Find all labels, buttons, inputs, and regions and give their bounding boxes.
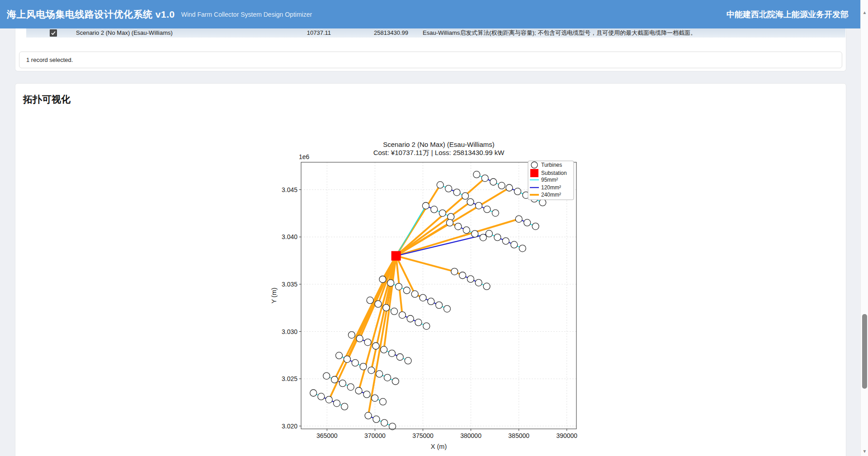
- scrollbar[interactable]: ▲ ▼: [860, 0, 868, 456]
- app-title: 海上风电场集电线路设计优化系统 v1.0: [7, 8, 175, 21]
- topology-card: 拓扑可视化 3650003700003750003800003850003900…: [15, 83, 846, 456]
- svg-text:3.040: 3.040: [282, 233, 297, 240]
- svg-text:120mm²: 120mm²: [541, 184, 561, 191]
- svg-text:3.035: 3.035: [282, 281, 297, 288]
- svg-text:1e6: 1e6: [299, 153, 310, 160]
- table-row[interactable]: Scenario 2 (No Max) (Esau-Williams) 1073…: [26, 28, 845, 38]
- check-icon: [51, 30, 56, 36]
- svg-text:3.025: 3.025: [282, 375, 297, 382]
- row-checkbox[interactable]: [50, 29, 57, 37]
- app-subtitle: Wind Farm Collector System Design Optimi…: [181, 11, 312, 18]
- topology-chart: 3650003700003750003800003850003900003.02…: [267, 136, 584, 452]
- results-card: Scenario 2 (No Max) (Esau-Williams) 1073…: [15, 28, 846, 71]
- scenario-note: Esau-Williams启发式算法(权衡距离与容量); 不包含可选电缆型号，且…: [423, 28, 696, 38]
- topology-figure: 3650003700003750003800003850003900003.02…: [267, 136, 584, 452]
- svg-text:385000: 385000: [508, 432, 529, 439]
- scenario-loss: 25813430.99: [331, 28, 408, 38]
- scroll-down-arrow[interactable]: ▼: [861, 449, 868, 454]
- svg-text:240mm²: 240mm²: [541, 192, 561, 198]
- page: 海上风电场集电线路设计优化系统 v1.0 Wind Farm Collector…: [0, 0, 868, 456]
- svg-text:390000: 390000: [556, 432, 577, 439]
- svg-text:370000: 370000: [364, 432, 386, 439]
- svg-text:3.045: 3.045: [282, 186, 297, 193]
- app-header: 海上风电场集电线路设计优化系统 v1.0 Wind Farm Collector…: [0, 0, 860, 28]
- svg-text:3.030: 3.030: [282, 328, 297, 335]
- scroll-up-arrow[interactable]: ▲: [861, 10, 868, 15]
- svg-text:380000: 380000: [460, 432, 481, 439]
- org-name: 中能建西北院海上能源业务开发部: [726, 9, 849, 20]
- scenario-name: Scenario 2 (No Max) (Esau-Williams): [76, 28, 173, 38]
- svg-text:375000: 375000: [412, 432, 434, 439]
- svg-text:Cost: ¥10737.11万 | Loss: 25813: Cost: ¥10737.11万 | Loss: 25813430.99 kW: [373, 149, 505, 156]
- scrollbar-thumb[interactable]: [862, 314, 867, 389]
- svg-text:3.020: 3.020: [282, 423, 297, 430]
- svg-text:Y (m): Y (m): [270, 287, 278, 303]
- section-title: 拓扑可视化: [23, 93, 71, 106]
- svg-text:95mm²: 95mm²: [541, 177, 558, 183]
- svg-text:Turbines: Turbines: [541, 162, 562, 168]
- svg-text:X (m): X (m): [431, 443, 447, 450]
- selection-status: 1 record selected.: [19, 52, 842, 68]
- scenario-cost: 10737.11: [234, 28, 331, 38]
- svg-text:Scenario 2 (No Max) (Esau-Will: Scenario 2 (No Max) (Esau-Williams): [383, 141, 495, 148]
- svg-text:Substation: Substation: [541, 170, 567, 176]
- svg-text:365000: 365000: [316, 432, 338, 439]
- selection-status-text: 1 record selected.: [26, 56, 73, 63]
